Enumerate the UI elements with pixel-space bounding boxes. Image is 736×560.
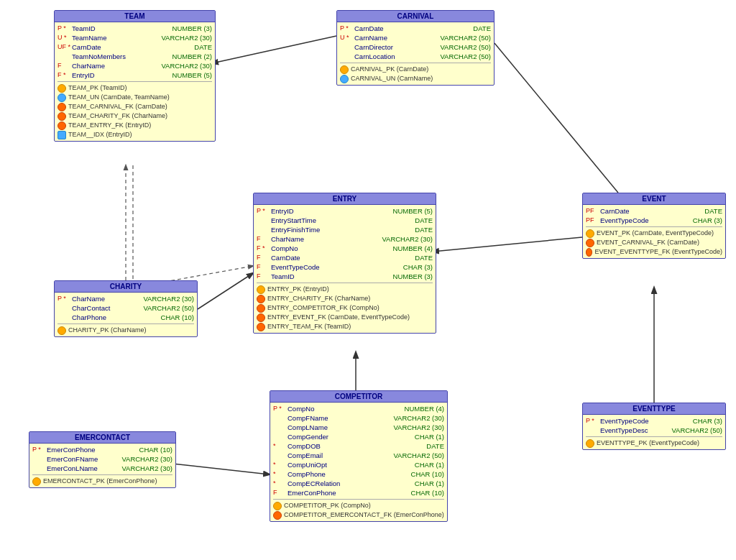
svg-line-1	[494, 43, 618, 193]
diagram-container: CARNIVAL P *CarnDateDATE U *CarnNameVARC…	[0, 0, 736, 560]
eventtype-header: EVENTTYPE	[583, 403, 725, 415]
svg-line-0	[212, 36, 336, 63]
svg-line-7	[433, 237, 582, 252]
svg-line-9	[172, 464, 270, 474]
entry-entity: ENTRY P *EntryIDNUMBER (5) EntryStartTim…	[253, 193, 436, 334]
charity-header: CHARITY	[55, 281, 197, 293]
carnival-entity: CARNIVAL P *CarnDateDATE U *CarnNameVARC…	[336, 10, 494, 86]
svg-line-4	[198, 273, 253, 309]
emercontact-header: EMERCONTACT	[29, 432, 175, 444]
event-entity: EVENT PFCarnDateDATE PFEventTypeCodeCHAR…	[582, 193, 726, 259]
competitor-entity: COMPETITOR P *CompNoNUMBER (4) CompFName…	[270, 390, 448, 522]
competitor-header: COMPETITOR	[270, 391, 447, 403]
eventtype-entity: EVENTTYPE P *EventTypeCodeCHAR (3) Event…	[582, 403, 726, 450]
carnival-header: CARNIVAL	[337, 11, 494, 22]
team-entity: TEAM P *TeamIDNUMBER (3) U *TeamNameVARC…	[54, 10, 216, 142]
entry-header: ENTRY	[254, 193, 436, 205]
team-header: TEAM	[55, 11, 215, 22]
emercontact-entity: EMERCONTACT P *EmerConPhoneCHAR (10) Eme…	[29, 431, 176, 488]
charity-entity: CHARITY P *CharNameVARCHAR2 (30) CharCon…	[54, 280, 198, 337]
event-header: EVENT	[583, 193, 725, 205]
